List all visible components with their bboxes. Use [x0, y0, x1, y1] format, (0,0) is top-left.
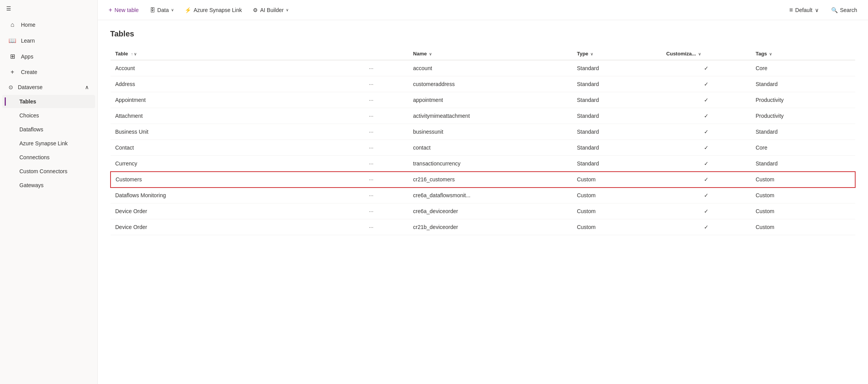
more-options-button[interactable]: ···	[367, 176, 375, 183]
sidebar-item-connections[interactable]: Connections	[2, 151, 95, 164]
cell-type: Standard	[572, 108, 661, 124]
table-row[interactable]: Address···customeraddressStandard✓Standa…	[111, 76, 855, 92]
sidebar-dataflows-label: Dataflows	[19, 126, 43, 133]
sidebar-dataverse-label: Dataverse	[18, 84, 43, 90]
cell-logical-name: cr216_customers	[408, 172, 572, 188]
content-area: Tables Table ↑ ∨ Name ∨ Type ∨	[98, 20, 868, 384]
cell-more: ···	[334, 124, 408, 140]
cell-more: ···	[334, 188, 408, 203]
customizable-sort-icon: ∨	[698, 52, 701, 56]
cell-table-name: Dataflows Monitoring	[111, 188, 334, 203]
sidebar-item-apps[interactable]: ⊞ Apps	[2, 49, 95, 64]
sidebar-item-home[interactable]: ⌂ Home	[2, 17, 95, 32]
customizable-checkmark: ✓	[704, 65, 709, 71]
table-row[interactable]: Account···accountStandard✓Core	[111, 60, 855, 76]
table-row[interactable]: Device Order···cre6a_deviceorderCustom✓C…	[111, 203, 855, 219]
table-row[interactable]: Device Order···cr21b_deviceorderCustom✓C…	[111, 219, 855, 235]
cell-more: ···	[334, 172, 408, 188]
cell-table-name: Attachment	[111, 108, 334, 124]
col-header-tags[interactable]: Tags ∨	[751, 48, 855, 60]
more-options-button[interactable]: ···	[367, 191, 375, 199]
more-options-button[interactable]: ···	[367, 112, 375, 120]
dataverse-chevron-icon: ∧	[85, 84, 89, 90]
more-options-button[interactable]: ···	[367, 96, 375, 104]
main-area: + New table 🗄 Data ∨ ⚡ Azure Synapse Lin…	[98, 0, 868, 384]
sidebar-gateways-label: Gateways	[19, 182, 43, 188]
new-table-icon: +	[109, 7, 112, 14]
cell-customizable: ✓	[662, 188, 751, 203]
cell-tags: Custom	[751, 188, 855, 203]
table-row[interactable]: Attachment···activitymimeattachmentStand…	[111, 108, 855, 124]
more-options-button[interactable]: ···	[367, 144, 375, 152]
sidebar-item-choices[interactable]: Choices	[2, 109, 95, 122]
azure-synapse-button[interactable]: ⚡ Azure Synapse Link	[180, 5, 247, 15]
cell-tags: Custom	[751, 172, 855, 188]
ai-builder-chevron-icon: ∨	[286, 8, 289, 12]
azure-synapse-label: Azure Synapse Link	[194, 7, 242, 13]
cell-tags: Standard	[751, 156, 855, 172]
col-header-table[interactable]: Table ↑ ∨	[111, 48, 334, 60]
hamburger-icon: ☰	[6, 5, 11, 12]
table-row[interactable]: Business Unit···businessunitStandard✓Sta…	[111, 124, 855, 140]
col-table-label: Table	[115, 51, 128, 57]
customizable-checkmark: ✓	[704, 97, 709, 103]
col-header-name[interactable]: Name ∨	[408, 48, 572, 60]
sidebar-item-dataflows[interactable]: Dataflows	[2, 123, 95, 136]
sidebar-item-custom-connectors[interactable]: Custom Connectors	[2, 165, 95, 178]
table-sort-icon: ↑ ∨	[131, 52, 137, 56]
col-header-type[interactable]: Type ∨	[572, 48, 661, 60]
sidebar-item-gateways[interactable]: Gateways	[2, 179, 95, 192]
table-row[interactable]: Contact···contactStandard✓Core	[111, 140, 855, 156]
cell-customizable: ✓	[662, 172, 751, 188]
cell-customizable: ✓	[662, 108, 751, 124]
cell-customizable: ✓	[662, 76, 751, 92]
sidebar-item-create[interactable]: + Create	[2, 65, 95, 79]
cell-customizable: ✓	[662, 140, 751, 156]
more-options-button[interactable]: ···	[367, 160, 375, 167]
ai-builder-button[interactable]: ⚙ AI Builder ∨	[248, 5, 294, 15]
cell-logical-name: activitymimeattachment	[408, 108, 572, 124]
more-options-button[interactable]: ···	[367, 128, 375, 136]
more-options-button[interactable]: ···	[367, 223, 375, 231]
customizable-checkmark: ✓	[704, 176, 709, 183]
cell-type: Standard	[572, 140, 661, 156]
hamburger-menu[interactable]: ☰	[0, 0, 97, 17]
sidebar-connections-label: Connections	[19, 154, 50, 160]
cell-table-name: Device Order	[111, 203, 334, 219]
data-button[interactable]: 🗄 Data ∨	[145, 5, 179, 15]
cell-more: ···	[334, 140, 408, 156]
cell-logical-name: cre6a_deviceorder	[408, 203, 572, 219]
cell-table-name: Address	[111, 76, 334, 92]
customizable-checkmark: ✓	[704, 113, 709, 119]
sidebar-learn-label: Learn	[21, 38, 35, 44]
sidebar-item-azure-synapse[interactable]: Azure Synapse Link	[2, 137, 95, 150]
sidebar-item-tables[interactable]: Tables	[2, 95, 95, 108]
cell-customizable: ✓	[662, 60, 751, 76]
cell-table-name: Device Order	[111, 219, 334, 235]
cell-logical-name: transactioncurrency	[408, 156, 572, 172]
cell-customizable: ✓	[662, 92, 751, 108]
sidebar-dataverse-section[interactable]: ⊙ Dataverse ∧	[2, 80, 95, 94]
table-row[interactable]: Currency···transactioncurrencyStandard✓S…	[111, 156, 855, 172]
new-table-label: New table	[114, 7, 138, 13]
col-name-label: Name	[413, 51, 427, 57]
sidebar-item-learn[interactable]: 📖 Learn	[2, 33, 95, 48]
search-label: Search	[840, 7, 857, 13]
ai-builder-label: AI Builder	[260, 7, 284, 13]
default-filter-button[interactable]: ≡ Default ∨	[785, 4, 823, 16]
table-header-row: Table ↑ ∨ Name ∨ Type ∨ Customiza...	[111, 48, 855, 60]
cell-tags: Standard	[751, 124, 855, 140]
cell-table-name: Currency	[111, 156, 334, 172]
customizable-checkmark: ✓	[704, 208, 709, 214]
toolbar-right: ≡ Default ∨ 🔍 Search	[785, 4, 862, 16]
new-table-button[interactable]: + New table	[104, 4, 144, 16]
table-row[interactable]: Dataflows Monitoring···cre6a_dataflowsmo…	[111, 188, 855, 203]
more-options-button[interactable]: ···	[367, 80, 375, 88]
more-options-button[interactable]: ···	[367, 207, 375, 215]
col-header-customizable[interactable]: Customiza... ∨	[662, 48, 751, 60]
more-options-button[interactable]: ···	[367, 64, 375, 72]
cell-tags: Standard	[751, 76, 855, 92]
table-row[interactable]: Customers···cr216_customersCustom✓Custom	[111, 172, 855, 188]
search-button[interactable]: 🔍 Search	[827, 5, 862, 15]
table-row[interactable]: Appointment···appointmentStandard✓Produc…	[111, 92, 855, 108]
